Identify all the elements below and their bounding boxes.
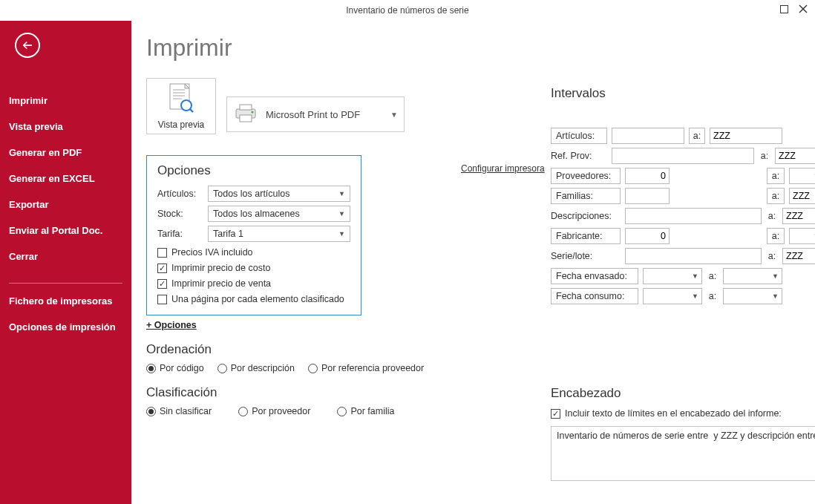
svg-point-10 <box>181 100 192 111</box>
chevron-down-icon: ▼ <box>390 111 398 119</box>
check-iva[interactable]: Precios IVA incluido <box>157 247 350 258</box>
svg-rect-13 <box>240 105 252 110</box>
intervals-title: Intervalos <box>551 86 815 101</box>
sidebar-item-exportar[interactable]: Exportar <box>0 192 131 217</box>
tarifa-label: Tarifa: <box>157 229 202 239</box>
a-label: a: <box>766 211 778 221</box>
checkbox-icon <box>157 279 167 289</box>
document-preview-icon <box>168 83 194 115</box>
chevron-down-icon: ▼ <box>338 210 345 217</box>
check-include-limits[interactable]: Incluir texto de límites en el encabezad… <box>551 408 815 419</box>
chevron-down-icon: ▼ <box>338 230 345 238</box>
tarifa-combo[interactable]: Tarifa 1▼ <box>208 226 350 242</box>
radio-icon <box>238 407 248 416</box>
sidebar: Imprimir Vista previa Generar en PDF Gen… <box>0 21 131 504</box>
articulos-to-input[interactable] <box>710 128 782 144</box>
configure-printer-link[interactable]: Configurar impresora <box>461 163 545 174</box>
refprov-to-input[interactable] <box>775 148 815 164</box>
sidebar-separator <box>9 283 122 284</box>
proveedores-to-input[interactable] <box>789 168 815 184</box>
fenvasado-from-date[interactable]: ▼ <box>643 268 702 284</box>
chevron-down-icon: ▼ <box>338 190 345 197</box>
articulos-interval-label: Artículos: <box>551 128 607 144</box>
printer-icon <box>233 103 258 126</box>
descripciones-interval-label: Descripciones: <box>551 211 621 221</box>
radio-icon <box>146 407 156 416</box>
fconsumo-interval-label: Fecha consumo: <box>551 288 638 304</box>
refprov-from-input[interactable] <box>612 148 754 164</box>
svg-point-15 <box>251 111 253 113</box>
chevron-down-icon: ▼ <box>692 272 698 280</box>
preview-label: Vista previa <box>158 120 204 130</box>
radio-icon <box>337 407 347 416</box>
a-label: a: <box>766 251 778 261</box>
radio-sin-clasificar[interactable]: Sin clasificar <box>146 406 212 416</box>
radio-icon <box>308 364 318 373</box>
checkbox-icon <box>157 295 167 304</box>
checkbox-icon <box>157 264 167 273</box>
sidebar-item-excel[interactable]: Generar en EXCEL <box>0 166 131 192</box>
checkbox-icon <box>157 248 167 258</box>
descripciones-from-input[interactable] <box>625 208 762 224</box>
articulos-combo[interactable]: Todos los artículos▼ <box>208 186 350 202</box>
radio-por-descripcion[interactable]: Por descripción <box>217 363 295 373</box>
a-label: a: <box>767 168 785 184</box>
a-label: a: <box>707 291 719 301</box>
fabricante-from-input[interactable] <box>625 228 670 244</box>
checkbox-icon <box>551 409 560 419</box>
fabricante-interval-label: Fabricante: <box>551 228 621 244</box>
descripciones-to-input[interactable] <box>782 208 815 224</box>
chevron-down-icon: ▼ <box>692 292 698 300</box>
options-title: Opciones <box>157 163 350 178</box>
fenvasado-to-date[interactable]: ▼ <box>723 268 782 284</box>
familias-to-input[interactable] <box>789 188 815 204</box>
close-button[interactable] <box>796 1 811 16</box>
fabricante-to-input[interactable] <box>789 228 815 244</box>
proveedores-interval-label: Proveedores: <box>551 168 621 184</box>
articulos-label: Artículos: <box>157 189 202 199</box>
radio-icon <box>146 364 156 373</box>
printer-select[interactable]: Microsoft Print to PDF ▼ <box>226 96 405 132</box>
fconsumo-to-date[interactable]: ▼ <box>723 288 782 304</box>
chevron-down-icon: ▼ <box>772 292 779 300</box>
serie-to-input[interactable] <box>782 248 815 264</box>
articulos-from-input[interactable] <box>612 128 684 144</box>
svg-rect-14 <box>240 115 252 122</box>
radio-por-proveedor[interactable]: Por proveedor <box>238 406 310 416</box>
maximize-button[interactable] <box>776 1 791 16</box>
back-button[interactable] <box>15 33 40 58</box>
a-label: a: <box>767 228 785 244</box>
a-label: a: <box>689 128 705 144</box>
a-label: a: <box>707 271 719 281</box>
svg-rect-0 <box>780 5 788 13</box>
printer-name: Microsoft Print to PDF <box>266 109 390 120</box>
check-one-page[interactable]: Una página por cada elemento clasificado <box>157 294 350 304</box>
check-precio-venta[interactable]: Imprimir precio de venta <box>157 278 350 289</box>
sidebar-item-fichero[interactable]: Fichero de impresoras <box>0 288 131 314</box>
header-text-input[interactable] <box>551 426 815 481</box>
familias-from-input[interactable] <box>625 188 670 204</box>
sidebar-item-cerrar[interactable]: Cerrar <box>0 243 131 269</box>
serie-from-input[interactable] <box>625 248 762 264</box>
header-title: Encabezado <box>551 386 815 401</box>
sidebar-item-pdf[interactable]: Generar en PDF <box>0 140 131 166</box>
a-label: a: <box>767 188 785 204</box>
radio-icon <box>217 364 227 373</box>
content: Imprimir Vista previa <box>131 21 815 504</box>
preview-button[interactable]: Vista previa <box>146 78 216 134</box>
fconsumo-from-date[interactable]: ▼ <box>643 288 702 304</box>
familias-interval-label: Familias: <box>551 188 621 204</box>
radio-por-familia[interactable]: Por familia <box>337 406 394 416</box>
sidebar-item-vistaprevia[interactable]: Vista previa <box>0 114 131 140</box>
sidebar-item-opciones[interactable]: Opciones de impresión <box>0 314 131 340</box>
proveedores-from-input[interactable] <box>625 168 670 184</box>
fenvasado-interval-label: Fecha envasado: <box>551 268 638 284</box>
sidebar-item-portal[interactable]: Enviar al Portal Doc. <box>0 217 131 243</box>
svg-line-11 <box>190 109 193 112</box>
radio-por-codigo[interactable]: Por código <box>146 363 204 373</box>
stock-combo[interactable]: Todos los almacenes▼ <box>208 206 350 222</box>
options-panel: Opciones Artículos: Todos los artículos▼… <box>146 155 361 315</box>
check-precio-costo[interactable]: Imprimir precio de costo <box>157 263 350 273</box>
sidebar-item-imprimir[interactable]: Imprimir <box>0 88 131 114</box>
radio-por-refprov[interactable]: Por referencia proveedor <box>308 363 424 373</box>
